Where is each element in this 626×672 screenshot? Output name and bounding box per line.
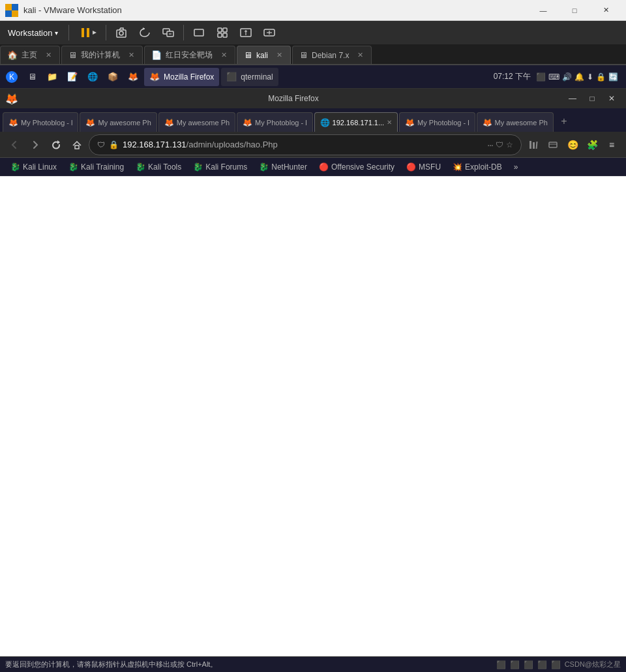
pause-button[interactable] bbox=[74, 23, 102, 42]
vm-tab-kali-close[interactable]: ✕ bbox=[275, 51, 284, 60]
ff-tab-active-ip[interactable]: 🌐 192.168.171.1... ✕ bbox=[314, 112, 398, 132]
kali-forums-icon: 🐉 bbox=[193, 162, 203, 172]
urlbar-shield-btn[interactable]: 🛡 bbox=[496, 140, 503, 149]
tray-screen-icon[interactable]: ⬛ bbox=[536, 72, 546, 82]
ff-tab-photoblog3[interactable]: 🦊 My Photoblog - l bbox=[399, 112, 475, 132]
vmware-window-controls: — □ ✕ bbox=[528, 1, 621, 20]
bookmark-more-button[interactable]: » bbox=[509, 161, 524, 173]
taskbar-filemanager-icon[interactable]: 🖥 bbox=[23, 68, 41, 86]
taskbar-text-icon[interactable]: 📝 bbox=[63, 68, 82, 86]
vm-tab-debian-close[interactable]: ✕ bbox=[355, 51, 365, 60]
taskbar-folder-icon[interactable]: 📁 bbox=[43, 68, 61, 86]
ff-tab-label-6: My Photoblog - l bbox=[417, 119, 469, 127]
taskbar-terminal-app[interactable]: ⬛ qterminal bbox=[221, 68, 278, 86]
ff-tab-awesome2[interactable]: 🦊 My awesome Ph bbox=[158, 112, 235, 132]
vm-tab-mycomputer[interactable]: 🖥 我的计算机 ✕ bbox=[61, 46, 143, 64]
ff-extensions-icon[interactable]: 🧩 bbox=[583, 136, 601, 154]
exploit-db-icon: 💥 bbox=[453, 162, 462, 172]
ff-synced-tabs-icon[interactable] bbox=[544, 136, 562, 154]
vm-tab-mycomputer-close[interactable]: ✕ bbox=[127, 51, 136, 60]
urlbar-bookmark-icon[interactable]: ☆ bbox=[506, 140, 513, 149]
vm-tab-home[interactable]: 🏠 主页 ✕ bbox=[0, 46, 60, 64]
ff-tab-awesome1[interactable]: 🦊 My awesome Ph bbox=[80, 112, 156, 132]
svg-rect-28 bbox=[529, 141, 531, 149]
statusbar-icon-5[interactable]: ⬛ bbox=[551, 660, 561, 669]
ff-tab-close-5[interactable]: ✕ bbox=[387, 119, 392, 126]
snapshot-button[interactable] bbox=[110, 23, 132, 42]
kali-menu-icon[interactable]: K bbox=[3, 68, 21, 86]
vm-tab-hongsun-label: 红日安全靶场 bbox=[166, 50, 213, 61]
bookmark-kali-forums[interactable]: 🐉 Kali Forums bbox=[188, 161, 252, 173]
firefox-home-button[interactable] bbox=[68, 136, 86, 154]
ff-library-icon[interactable] bbox=[524, 136, 543, 154]
fit-button[interactable] bbox=[235, 23, 257, 42]
unity-button[interactable] bbox=[211, 23, 233, 42]
statusbar-icon-3[interactable]: ⬛ bbox=[524, 660, 533, 669]
taskbar-tools-icon[interactable]: 📦 bbox=[104, 68, 122, 86]
ff-container-icon[interactable]: 😊 bbox=[563, 136, 582, 154]
urlbar-icons: ··· 🛡 ☆ bbox=[487, 140, 513, 150]
taskbar-firefox-app[interactable]: 🦊 Mozilla Firefox bbox=[144, 68, 219, 86]
svg-rect-16 bbox=[218, 33, 222, 37]
vmware-maximize-button[interactable]: □ bbox=[559, 1, 589, 20]
tray-keyboard-icon[interactable]: ⌨ bbox=[548, 72, 559, 82]
bookmark-exploit-db-label: Exploit-DB bbox=[465, 162, 502, 172]
bookmark-kali-training[interactable]: 🐉 Kali Training bbox=[63, 161, 129, 173]
bookmark-kali-forums-label: Kali Forums bbox=[205, 162, 247, 172]
ff-tab-favicon-2: 🦊 bbox=[85, 118, 95, 127]
statusbar-icon-2[interactable]: ⬛ bbox=[510, 660, 520, 669]
tray-notify-icon[interactable]: 🔔 bbox=[574, 72, 584, 82]
statusbar-icon-1[interactable]: ⬛ bbox=[496, 660, 506, 669]
ff-settings-icon[interactable]: ≡ bbox=[603, 136, 621, 154]
bookmark-kali-tools[interactable]: 🐉 Kali Tools bbox=[130, 161, 186, 173]
vmware-close-button[interactable]: ✕ bbox=[591, 1, 621, 20]
svg-rect-2 bbox=[5, 10, 12, 17]
ff-tab-label-3: My awesome Ph bbox=[177, 119, 230, 127]
debian-icon: 🖥 bbox=[299, 50, 308, 60]
bookmark-offensive-security[interactable]: 🔴 Offensive Security bbox=[314, 161, 400, 173]
vmware-window-title: kali - VMware Workstation bbox=[23, 5, 528, 15]
firefox-navbar: 🛡 🔒 192.168.171.131/admin/uploads/hao.Ph… bbox=[0, 132, 626, 158]
taskbar-extra-icon[interactable]: 🦊 bbox=[124, 68, 142, 86]
bookmark-offensive-security-label: Offensive Security bbox=[331, 162, 395, 172]
firefox-maximize-button[interactable]: □ bbox=[583, 91, 601, 106]
firefox-back-button[interactable] bbox=[5, 136, 23, 154]
kali-icon: 🖥 bbox=[244, 50, 252, 60]
workstation-menu[interactable]: Workstation ▾ bbox=[3, 25, 63, 40]
vm-tab-home-close[interactable]: ✕ bbox=[44, 51, 53, 60]
tray-lock-icon[interactable]: 🔒 bbox=[596, 72, 606, 82]
kali-training-icon: 🐉 bbox=[68, 162, 78, 172]
urlbar-more-icon[interactable]: ··· bbox=[487, 140, 493, 150]
bookmark-msfu[interactable]: 🔴 MSFU bbox=[401, 161, 446, 173]
ff-tab-photoblog1[interactable]: 🦊 My Photoblog - l bbox=[3, 112, 78, 132]
snapshot-manager-button[interactable] bbox=[157, 23, 179, 42]
tray-update-icon[interactable]: ⬇ bbox=[587, 72, 593, 82]
firefox-urlbar[interactable]: 🛡 🔒 192.168.171.131/admin/uploads/hao.Ph… bbox=[89, 134, 522, 155]
firefox-minimize-button[interactable]: — bbox=[563, 91, 582, 106]
taskbar-browser-icon[interactable]: 🌐 bbox=[83, 68, 102, 86]
vm-tab-kali[interactable]: 🖥 kali ✕ bbox=[237, 46, 291, 64]
firefox-tabs: 🦊 My Photoblog - l 🦊 My awesome Ph 🦊 My … bbox=[0, 108, 626, 132]
firefox-titlebar: 🦊 Mozilla Firefox — □ ✕ bbox=[0, 89, 626, 108]
fullscreen-button[interactable] bbox=[188, 23, 210, 42]
bookmark-kali-linux[interactable]: 🐉 Kali Linux bbox=[5, 161, 62, 173]
ff-tab-awesome3[interactable]: 🦊 My awesome Ph bbox=[477, 112, 554, 132]
firefox-reload-button[interactable] bbox=[47, 136, 65, 154]
statusbar-icon-4[interactable]: ⬛ bbox=[537, 660, 547, 669]
ff-tab-photoblog2[interactable]: 🦊 My Photoblog - l bbox=[237, 112, 312, 132]
bookmark-nethunter[interactable]: 🐉 NetHunter bbox=[254, 161, 312, 173]
tray-volume-icon[interactable]: 🔊 bbox=[562, 72, 572, 82]
vm-tab-hongsun[interactable]: 📄 红日安全靶场 ✕ bbox=[144, 46, 235, 64]
firefox-newtab-button[interactable]: + bbox=[555, 112, 573, 130]
vm-tab-debian[interactable]: 🖥 Debian 7.x ✕ bbox=[292, 46, 372, 64]
tray-refresh-icon[interactable]: 🔄 bbox=[608, 72, 618, 82]
restore-snapshot-button[interactable] bbox=[134, 23, 156, 42]
bookmark-exploit-db[interactable]: 💥 Exploit-DB bbox=[447, 161, 507, 173]
ctrl-alt-del-button[interactable] bbox=[258, 23, 280, 42]
menu-separator bbox=[68, 25, 69, 40]
firefox-forward-button[interactable] bbox=[26, 136, 44, 154]
bookmark-more-label: » bbox=[514, 162, 518, 172]
vmware-minimize-button[interactable]: — bbox=[528, 1, 558, 20]
vm-tab-hongsun-close[interactable]: ✕ bbox=[219, 51, 228, 60]
firefox-close-button[interactable]: ✕ bbox=[603, 91, 621, 106]
